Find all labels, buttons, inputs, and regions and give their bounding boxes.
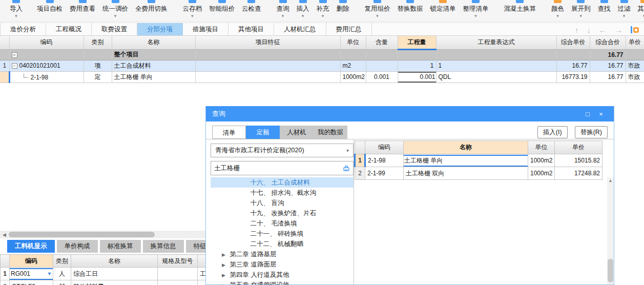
resource-row-1[interactable]: 1 RG001 ▼ 人 综合工日 工 bbox=[1, 268, 228, 280]
tree-item[interactable]: ▶ 第四章 人行道及其他 bbox=[211, 270, 354, 280]
tree-item[interactable]: ▶ 二十二、 机械翻晒 bbox=[211, 239, 354, 249]
row-number[interactable]: 1 bbox=[355, 154, 365, 167]
col-category[interactable]: 类别 bbox=[53, 255, 71, 268]
col-name[interactable]: 名称 bbox=[112, 36, 195, 49]
feature-cell[interactable] bbox=[195, 71, 340, 83]
combo-arrow-icon[interactable]: ▼ bbox=[47, 271, 52, 276]
search-brush-icon[interactable] bbox=[343, 165, 350, 172]
col-price[interactable]: 单价 bbox=[555, 141, 603, 154]
nav-up-icon[interactable]: ↑ bbox=[575, 26, 579, 34]
tree-item[interactable]: ▶ 二十一、 碎砖换填 bbox=[211, 229, 354, 239]
content-cell[interactable]: 0.001 bbox=[366, 71, 398, 83]
price-cell[interactable]: 17248.82 bbox=[555, 167, 603, 180]
toolbar-button[interactable]: 云存档 ▾ bbox=[179, 0, 206, 18]
tree-item[interactable]: ▶ 第三章 道路面层 bbox=[211, 259, 354, 270]
col-feature[interactable]: 项目特征 bbox=[195, 36, 340, 49]
name-cell[interactable]: 土工合成材料 bbox=[112, 60, 195, 71]
toolbar-button[interactable]: 过滤 ▾ bbox=[614, 0, 634, 18]
grid-settings-button[interactable] bbox=[631, 26, 639, 33]
collapse-icon[interactable]: − bbox=[12, 52, 17, 58]
detail-tab[interactable]: 换算信息 bbox=[143, 240, 184, 253]
row-number[interactable]: 1 bbox=[0, 60, 9, 71]
resource-row-2[interactable]: 2 QTCLF2 材 其他材料费 bbox=[1, 280, 228, 285]
name-cell[interactable]: 其他材料费 bbox=[71, 280, 158, 285]
group-name-cell[interactable]: 整个项目 bbox=[112, 49, 195, 60]
code-combobox[interactable]: RG001 ▼ bbox=[10, 268, 53, 280]
unit-cell[interactable]: 1000m2 bbox=[340, 71, 366, 83]
col-price-file[interactable]: 单价 bbox=[626, 36, 644, 49]
category-cell[interactable]: 项 bbox=[84, 60, 112, 71]
dialog-tab[interactable]: 定额 bbox=[246, 126, 280, 139]
expression-cell[interactable]: 1 bbox=[436, 60, 556, 71]
col-total-price[interactable]: 综合合价 bbox=[590, 36, 626, 49]
tree-item[interactable]: ▶ 二十、 毛渣换填 bbox=[211, 218, 354, 229]
total-price-cell[interactable]: 16.77 bbox=[590, 60, 626, 71]
expression-cell[interactable]: QDL bbox=[436, 71, 556, 83]
quantity-cell[interactable]: 1 bbox=[398, 60, 436, 71]
name-cell[interactable]: 综合工日 bbox=[71, 268, 158, 280]
result-row-2[interactable]: 2 2-1-99 土工格栅 双向 1000m2 17248.82 bbox=[355, 167, 603, 180]
quantity-editor[interactable]: 0.001 bbox=[398, 72, 436, 83]
unit-cell[interactable]: m2 bbox=[340, 60, 366, 71]
col-rownum[interactable] bbox=[0, 36, 9, 49]
dialog-titlebar[interactable]: 查询 □ × bbox=[206, 106, 614, 121]
price-file-cell[interactable]: 市政 bbox=[626, 60, 644, 71]
nav-down-icon[interactable]: ↓ bbox=[587, 26, 591, 34]
close-icon[interactable]: × bbox=[594, 110, 608, 118]
module-tab[interactable]: 工程概况 bbox=[46, 23, 92, 35]
scroll-up-icon[interactable]: ▲ bbox=[607, 177, 614, 185]
toolbar-button[interactable]: 锁定清单 ▾ bbox=[427, 0, 460, 18]
tree-item[interactable]: ▶ 十六、 土工合成材料 bbox=[211, 177, 354, 188]
toolbar-button[interactable]: 费用查看 ▾ bbox=[66, 0, 99, 18]
module-tab[interactable]: 人材机汇总 bbox=[274, 23, 326, 35]
col-quantity[interactable]: 工程量 bbox=[398, 36, 436, 49]
toolbar-button[interactable]: 导入 ▾ bbox=[6, 0, 26, 18]
boq-row-1[interactable]: 1 −040201021001 项 土工合成材料 m2 1 1 16.77 16… bbox=[0, 60, 644, 71]
code-cell[interactable]: −040201021001 bbox=[9, 60, 84, 71]
code-cell[interactable]: 2-1-98 bbox=[9, 71, 84, 83]
group-total-price[interactable]: 16.77 bbox=[590, 49, 626, 60]
detail-tab[interactable]: 单价构成 bbox=[57, 240, 98, 253]
detail-tab[interactable]: 标准换算 bbox=[100, 240, 141, 253]
col-category[interactable]: 类别 bbox=[84, 36, 112, 49]
col-unit[interactable]: 单位 bbox=[340, 36, 366, 49]
row-number[interactable] bbox=[0, 71, 9, 83]
boq-row-2[interactable]: 2-1-98 定 土工格栅 单向 1000m2 0.001 0.001 QDL … bbox=[0, 71, 644, 83]
scrollbar-thumb[interactable] bbox=[9, 232, 155, 237]
collapse-icon[interactable]: − bbox=[12, 63, 17, 69]
dialog-tab[interactable]: 人材机 bbox=[280, 126, 314, 139]
tree-item[interactable]: ▶ 十七、 排水沟、截水沟 bbox=[211, 188, 354, 198]
module-tab[interactable]: 措施项目 bbox=[183, 23, 228, 35]
toolbar-button[interactable]: 其他 ▾ bbox=[634, 0, 644, 18]
tree-item[interactable]: ▶ 第五章 交通管理设施 bbox=[211, 280, 354, 284]
scroll-left-icon[interactable]: ◀ bbox=[0, 232, 9, 237]
nav-right-icon[interactable]: → bbox=[615, 26, 622, 34]
toolbar-button[interactable]: 替换数据 ▾ bbox=[394, 0, 427, 18]
category-cell[interactable]: 材 bbox=[53, 280, 71, 285]
toolbar-button[interactable]: 统一调价 ▾ bbox=[99, 0, 132, 18]
spec-cell[interactable] bbox=[158, 280, 198, 285]
project-group-row[interactable]: − 整个项目 16.77 bbox=[0, 49, 644, 60]
content-cell[interactable] bbox=[366, 60, 398, 71]
name-editor[interactable]: 土工格栅 单向 bbox=[404, 155, 528, 167]
unit-cell[interactable]: 1000m2 bbox=[528, 167, 555, 180]
toolbar-button[interactable]: 查找 ▾ bbox=[594, 0, 614, 18]
result-row-1[interactable]: 1 2-1-98 土工格栅 单向 1000m2 15015.82 bbox=[355, 154, 603, 167]
price-cell[interactable]: 15015.82 bbox=[555, 154, 603, 167]
toolbar-button[interactable]: 展开到 ▾ bbox=[568, 0, 594, 18]
unit-cell[interactable]: 1000m2 bbox=[528, 154, 555, 167]
code-cell[interactable]: 2-1-99 bbox=[365, 167, 404, 180]
module-tab[interactable]: 其他项目 bbox=[228, 23, 274, 35]
code-cell[interactable]: RG001 ▼ bbox=[10, 268, 53, 280]
tree-scrollbar[interactable]: ▲ bbox=[607, 177, 614, 284]
col-rownum[interactable] bbox=[1, 255, 10, 268]
unit-price-cell[interactable]: 16773.19 bbox=[556, 71, 590, 83]
toolbar-button[interactable]: 查询 ▾ bbox=[273, 0, 293, 18]
name-cell[interactable]: 土工格栅 双向 bbox=[404, 167, 528, 180]
detail-tab[interactable]: 工料机显示 bbox=[7, 240, 55, 253]
total-price-cell[interactable]: 16.77 bbox=[590, 71, 626, 83]
price-file-cell[interactable]: 市政 bbox=[626, 71, 644, 83]
module-tab[interactable]: 分部分项 bbox=[137, 23, 183, 35]
row-number[interactable]: 1 bbox=[1, 268, 10, 280]
module-tab[interactable]: 取费设置 bbox=[92, 23, 137, 35]
